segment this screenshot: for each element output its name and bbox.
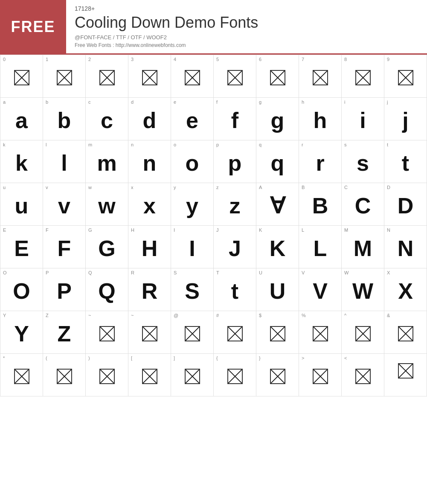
- glyph-label: ): [88, 355, 125, 361]
- glyph-cell: ww: [86, 183, 128, 226]
- glyph-cell: *: [0, 354, 43, 396]
- glyph-label: 8: [344, 57, 381, 62]
- glyph-label: F: [46, 227, 83, 233]
- glyph-grid: 0123456789aabbccddeeffgghhiijjkkllmmnnoo…: [0, 55, 427, 396]
- glyph-cell: EE: [0, 226, 43, 268]
- glyph-cell: BB: [299, 183, 342, 226]
- font-meta: @FONT-FACE / TTF / OTF / WOOF2: [75, 34, 258, 41]
- glyph-label: Q: [88, 270, 125, 276]
- glyph-label: k: [3, 142, 40, 148]
- glyph-cell: vv: [43, 183, 86, 226]
- glyph-label: h: [302, 99, 339, 105]
- glyph-label: j: [387, 99, 424, 105]
- glyph-label: E: [3, 227, 40, 233]
- glyph-label: #: [216, 313, 253, 318]
- glyph-cell: #: [214, 311, 256, 354]
- table-row: aabbccddeeffgghhiijj: [0, 98, 427, 140]
- glyph-label: 6: [259, 57, 296, 62]
- glyph-label: ^: [344, 313, 381, 318]
- glyph-cell: >: [299, 354, 342, 396]
- glyph-label: t: [387, 142, 424, 148]
- glyph-cell: 9: [384, 55, 427, 98]
- glyph-label: I: [174, 227, 211, 233]
- glyph-label: &: [387, 313, 424, 318]
- glyph-cell: hh: [299, 98, 342, 140]
- glyph-label: (: [46, 355, 83, 361]
- glyph-cell: II: [171, 226, 214, 268]
- glyph-label: a: [3, 99, 40, 105]
- glyph-cell: RR: [128, 268, 171, 311]
- glyph-label: x: [131, 185, 168, 190]
- glyph-cell: ss: [342, 140, 384, 183]
- glyph-cell: ]: [171, 354, 214, 396]
- glyph-cell: (: [43, 354, 86, 396]
- glyph-label: W: [344, 270, 381, 276]
- glyph-cell: QQ: [86, 268, 128, 311]
- glyph-label: w: [88, 185, 125, 190]
- font-source: Free Web Fonts : http://www.onlinewebfon…: [75, 42, 258, 48]
- glyph-cell: KK: [256, 226, 299, 268]
- glyph-label: A: [259, 185, 296, 190]
- glyph-cell: SS: [171, 268, 214, 311]
- glyph-label: e: [174, 99, 211, 105]
- glyph-cell: nn: [128, 140, 171, 183]
- glyph-label: R: [131, 270, 168, 276]
- glyph-cell: tt: [384, 140, 427, 183]
- glyph-label: z: [216, 185, 253, 190]
- glyph-cell: uu: [0, 183, 43, 226]
- glyph-cell: pp: [214, 140, 256, 183]
- glyph-cell: xx: [128, 183, 171, 226]
- glyph-cell: [384, 354, 427, 396]
- glyph-label: @: [174, 313, 211, 318]
- glyph-label: V: [302, 270, 339, 276]
- glyph-cell: Tt: [214, 268, 256, 311]
- glyph-cell: jj: [384, 98, 427, 140]
- table-row: uuvvwwxxyyzzA∀BBCCDD: [0, 183, 427, 226]
- glyph-label: ~: [131, 313, 168, 318]
- glyph-label: %: [302, 313, 339, 318]
- glyph-label: p: [216, 142, 253, 148]
- glyph-label: ~: [88, 313, 125, 318]
- glyph-cell: <: [342, 354, 384, 396]
- glyph-label: 3: [131, 57, 168, 62]
- glyph-cell: ff: [214, 98, 256, 140]
- glyph-label: v: [46, 185, 83, 190]
- glyph-label: g: [259, 99, 296, 105]
- glyph-cell: 7: [299, 55, 342, 98]
- glyph-cell: 6: [256, 55, 299, 98]
- glyph-cell: VV: [299, 268, 342, 311]
- glyph-label: 1: [46, 57, 83, 62]
- glyph-label: m: [88, 142, 125, 148]
- font-title: Cooling Down Demo Fonts: [75, 14, 258, 32]
- glyph-label: O: [3, 270, 40, 276]
- glyph-label: D: [387, 185, 424, 190]
- glyph-label: S: [174, 270, 211, 276]
- glyph-cell: 1: [43, 55, 86, 98]
- glyph-cell: &: [384, 311, 427, 354]
- glyph-cell: HH: [128, 226, 171, 268]
- glyph-cell: FF: [43, 226, 86, 268]
- glyph-cell: 8: [342, 55, 384, 98]
- glyph-label: {: [216, 355, 253, 361]
- glyph-cell: GG: [86, 226, 128, 268]
- glyph-cell: ll: [43, 140, 86, 183]
- glyph-label: c: [88, 99, 125, 105]
- glyph-label: H: [131, 227, 168, 233]
- glyph-cell: YY: [0, 311, 43, 354]
- header-info: 17128+ Cooling Down Demo Fonts @FONT-FAC…: [66, 0, 267, 53]
- glyph-cell: gg: [256, 98, 299, 140]
- glyph-label: T: [216, 270, 253, 276]
- glyph-cell: ZZ: [43, 311, 86, 354]
- glyph-cell: yy: [171, 183, 214, 226]
- glyph-cell: ii: [342, 98, 384, 140]
- glyph-label: 0: [3, 57, 40, 62]
- glyph-label: U: [259, 270, 296, 276]
- glyph-label: f: [216, 99, 253, 105]
- glyph-cell: OO: [0, 268, 43, 311]
- glyph-label: o: [174, 142, 211, 148]
- glyph-cell: JJ: [214, 226, 256, 268]
- glyph-cell: UU: [256, 268, 299, 311]
- glyph-cell: 5: [214, 55, 256, 98]
- glyph-cell: mm: [86, 140, 128, 183]
- glyph-cell: qq: [256, 140, 299, 183]
